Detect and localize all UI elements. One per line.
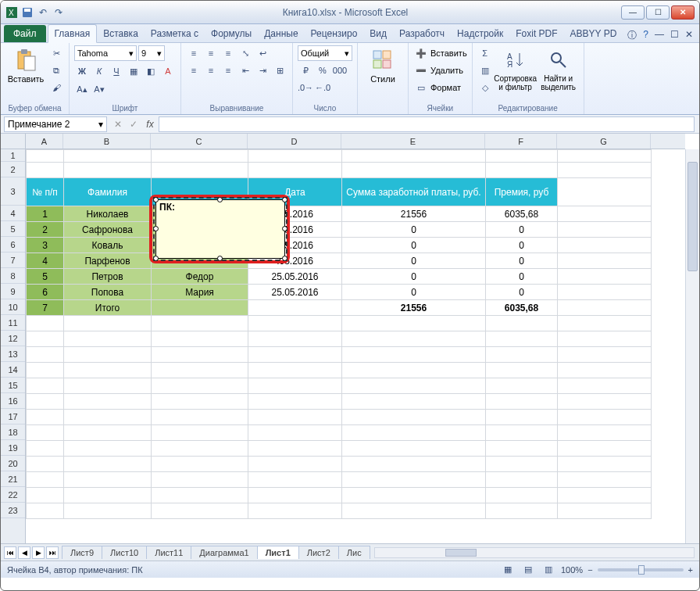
- cell[interactable]: [152, 316, 248, 331]
- view-normal-icon[interactable]: ▦: [500, 562, 516, 578]
- comma-icon[interactable]: 000: [332, 63, 348, 78]
- cell[interactable]: [27, 472, 64, 488]
- cell[interactable]: [64, 347, 152, 363]
- cell[interactable]: [152, 425, 248, 441]
- cell[interactable]: Сафронова: [64, 222, 152, 238]
- cell[interactable]: 0: [486, 285, 558, 300]
- window-restore-icon[interactable]: ☐: [670, 29, 679, 42]
- resize-handle[interactable]: [153, 226, 159, 231]
- row-header[interactable]: 18: [1, 424, 25, 440]
- row-header[interactable]: 12: [1, 331, 25, 346]
- styles-button[interactable]: Стили: [362, 45, 403, 86]
- sheet-tab[interactable]: Диаграмма1: [191, 546, 257, 559]
- grow-font-icon[interactable]: A▴: [74, 81, 90, 97]
- inc-indent-icon[interactable]: ⇥: [255, 63, 270, 78]
- cell[interactable]: Парфенов: [64, 253, 152, 269]
- cell[interactable]: [558, 300, 652, 316]
- select-all-corner[interactable]: [1, 134, 26, 149]
- tab-view[interactable]: Вид: [363, 25, 393, 42]
- zoom-thumb[interactable]: [638, 565, 645, 575]
- cell[interactable]: [342, 316, 486, 331]
- cell[interactable]: [486, 425, 558, 441]
- cell[interactable]: [342, 410, 486, 425]
- cell[interactable]: [486, 316, 558, 331]
- row-header[interactable]: 2: [1, 162, 25, 177]
- tab-home[interactable]: Главная: [48, 24, 98, 43]
- row-header[interactable]: 19: [1, 440, 25, 456]
- sheet-nav-first[interactable]: ⏮: [4, 546, 16, 559]
- sheet-tab[interactable]: Лист11: [146, 546, 191, 559]
- cell[interactable]: [27, 331, 64, 347]
- cell[interactable]: [342, 441, 486, 457]
- cell[interactable]: [486, 457, 558, 472]
- cell[interactable]: [27, 316, 64, 331]
- cell[interactable]: [558, 253, 652, 269]
- cell[interactable]: Николаев: [64, 206, 152, 222]
- autosum-icon[interactable]: Σ: [477, 45, 493, 61]
- cell[interactable]: [342, 472, 486, 488]
- row-header[interactable]: 5: [1, 221, 25, 237]
- row-header[interactable]: 3: [1, 177, 25, 206]
- cell[interactable]: [342, 150, 486, 163]
- cell[interactable]: 3: [27, 238, 64, 253]
- row-header[interactable]: 6: [1, 237, 25, 253]
- merge-button[interactable]: ⊞: [272, 63, 288, 78]
- file-tab[interactable]: Файл: [4, 25, 46, 42]
- minimize-button[interactable]: —: [621, 5, 645, 20]
- cancel-formula-icon[interactable]: ✕: [110, 116, 126, 132]
- cell[interactable]: [248, 363, 342, 378]
- cell[interactable]: [27, 457, 64, 472]
- percent-icon[interactable]: %: [315, 63, 330, 78]
- cell[interactable]: [64, 425, 152, 441]
- cell[interactable]: Мария: [152, 285, 248, 300]
- cell[interactable]: [248, 394, 342, 410]
- resize-handle[interactable]: [282, 256, 288, 261]
- cell[interactable]: [64, 472, 152, 488]
- cell[interactable]: [64, 316, 152, 331]
- cell[interactable]: 6035,68: [486, 206, 558, 222]
- row-header[interactable]: 8: [1, 268, 25, 284]
- cell[interactable]: [248, 163, 342, 178]
- close-button[interactable]: ✕: [671, 5, 695, 20]
- bold-button[interactable]: Ж: [74, 63, 90, 79]
- cell[interactable]: [248, 150, 342, 163]
- cell[interactable]: [558, 206, 652, 222]
- fill-color-button[interactable]: ◧: [143, 63, 159, 79]
- italic-button[interactable]: К: [91, 63, 107, 79]
- name-box[interactable]: Примечание 2▾: [4, 116, 107, 132]
- cell[interactable]: [558, 410, 652, 425]
- tab-review[interactable]: Рецензиро: [305, 25, 364, 42]
- cell[interactable]: [558, 285, 652, 300]
- col-header-a[interactable]: A: [26, 134, 63, 149]
- cell[interactable]: [558, 331, 652, 347]
- cell[interactable]: [27, 378, 64, 394]
- help-icon[interactable]: ?: [643, 29, 648, 42]
- cell[interactable]: [342, 503, 486, 519]
- resize-handle[interactable]: [282, 226, 288, 231]
- row-header[interactable]: 14: [1, 362, 25, 378]
- cell[interactable]: 1: [27, 206, 64, 222]
- cell[interactable]: [558, 163, 652, 178]
- align-top-icon[interactable]: ≡: [186, 45, 202, 61]
- cell[interactable]: [486, 363, 558, 378]
- scrollbar-thumb[interactable]: [688, 162, 698, 271]
- cell[interactable]: Попова: [64, 285, 152, 300]
- zoom-slider[interactable]: [598, 568, 684, 571]
- cell[interactable]: [64, 488, 152, 503]
- cell[interactable]: [558, 363, 652, 378]
- cell[interactable]: [558, 150, 652, 163]
- cell[interactable]: [558, 457, 652, 472]
- cell[interactable]: [27, 410, 64, 425]
- number-format-select[interactable]: Общий▾: [298, 45, 352, 61]
- cell[interactable]: 0: [486, 253, 558, 269]
- cell[interactable]: 4: [27, 253, 64, 269]
- row-header[interactable]: 20: [1, 456, 25, 471]
- sort-filter-button[interactable]: АЯ Сортировка и фильтр: [495, 45, 536, 94]
- cell[interactable]: [342, 457, 486, 472]
- cell[interactable]: [27, 394, 64, 410]
- resize-handle[interactable]: [217, 197, 223, 202]
- zoom-in-icon[interactable]: +: [688, 565, 693, 575]
- find-select-button[interactable]: Найти и выделить: [538, 45, 579, 94]
- border-button[interactable]: ▦: [126, 63, 141, 79]
- row-headers[interactable]: 1234567891011121314151617181920212223: [1, 149, 26, 543]
